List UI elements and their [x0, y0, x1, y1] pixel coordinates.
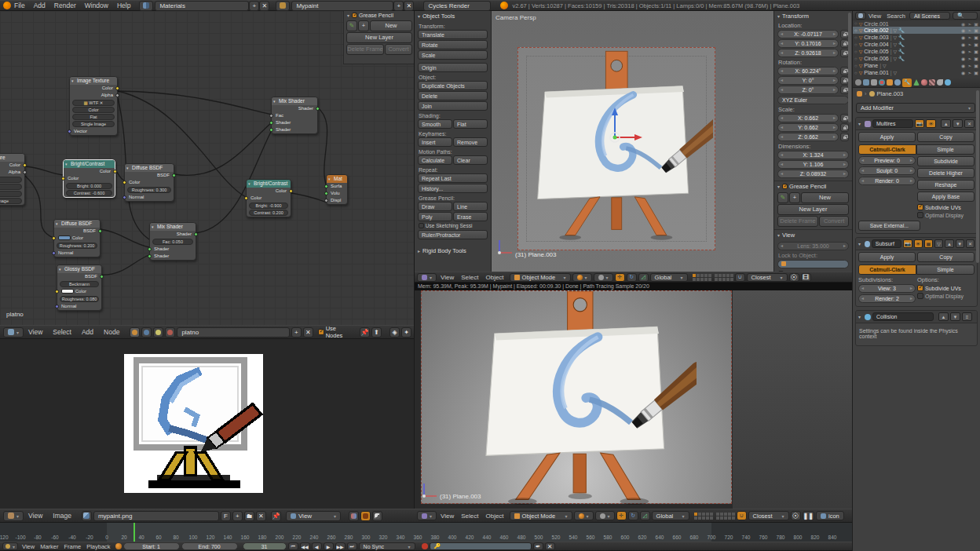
socket-shader2-in[interactable] — [148, 254, 152, 258]
remove-keyframe-button[interactable]: Remove — [453, 137, 488, 147]
sculpt-field[interactable]: Sculpt: 0 — [858, 166, 916, 175]
socket-color-out[interactable] — [115, 86, 119, 90]
node-editor[interactable]: e Texture Color Alpha e Image Image Text… — [0, 11, 415, 339]
move-down-button[interactable]: ▼ — [956, 239, 964, 248]
menu-help[interactable]: Help — [117, 2, 130, 9]
viewport-shading-select[interactable]: ▾ — [572, 273, 592, 282]
socket-bsdf-out[interactable] — [100, 275, 104, 279]
source-select[interactable]: Single Image — [72, 121, 115, 127]
channel-color-icon[interactable] — [360, 511, 371, 521]
socket-color-in[interactable] — [122, 181, 126, 184]
node-bright-contrast-2[interactable]: Bright/Contrast Color Color Bright: -0.9… — [246, 179, 291, 217]
orientation-select[interactable]: Global▾ — [652, 511, 689, 520]
grease-pencil-panel-header[interactable]: ▾ Grease Pencil — [774, 181, 852, 192]
lock-icon[interactable] — [840, 123, 849, 132]
eye-icon[interactable]: ◉ — [961, 56, 965, 61]
socket-color-in[interactable] — [52, 236, 56, 240]
rot-x-field[interactable]: X: 60.224° — [777, 67, 839, 75]
breadcrumb-object-name[interactable]: Plane.003 — [877, 90, 904, 97]
join-button[interactable]: Join — [418, 101, 488, 111]
simple-button[interactable]: Simple — [916, 265, 975, 275]
projection-select[interactable]: Flat — [72, 114, 115, 120]
snap-magnet-icon[interactable]: ∪ — [735, 273, 745, 282]
socket-bsdf-out[interactable] — [98, 229, 102, 233]
grease-new-button[interactable]: New — [801, 192, 849, 203]
cage-toggle[interactable]: ▽ — [934, 239, 943, 248]
jump-start-button[interactable]: ⏮ — [288, 542, 298, 550]
channel-color-alpha-icon[interactable] — [349, 511, 359, 521]
move-down-button[interactable]: ▼ — [950, 312, 960, 321]
reshape-button[interactable]: Reshape — [917, 180, 975, 190]
pivot-select[interactable]: ▾ — [595, 511, 615, 520]
timeline-ruler[interactable]: -120-100-80-60-40-2002040608010012014016… — [0, 523, 852, 542]
tab-data-icon[interactable] — [913, 79, 920, 86]
distribution-select[interactable]: Beckmann — [60, 281, 99, 287]
camera-restrict-icon[interactable]: ▣ — [974, 56, 978, 61]
pause-render-button[interactable]: ❚❚ — [803, 511, 814, 520]
pin-icon[interactable]: 📌 — [271, 511, 281, 521]
eye-icon[interactable]: ◉ — [961, 21, 965, 27]
socket-shader1-in[interactable] — [269, 121, 273, 125]
shader-lamp-icon[interactable] — [153, 327, 163, 338]
manipulator-scale-icon[interactable]: ◿ — [640, 511, 650, 520]
transform-manipulator[interactable] — [587, 104, 642, 153]
camera-restrict-icon[interactable]: ▣ — [974, 35, 978, 40]
outliner-search-field[interactable]: 🔍 — [953, 12, 978, 20]
sync-select[interactable]: No Sync▾ — [359, 542, 415, 550]
channel-alpha-icon[interactable] — [372, 511, 382, 521]
apply-base-button[interactable]: Apply Base — [917, 192, 975, 202]
socket-color-out[interactable] — [23, 163, 27, 167]
move-down-button[interactable]: ▼ — [953, 119, 963, 128]
next-keyframe-button[interactable]: ▶▶ — [335, 542, 346, 550]
layers-widget[interactable] — [694, 513, 735, 520]
layers-widget[interactable] — [693, 274, 733, 281]
tab-particles-icon[interactable] — [937, 79, 943, 86]
render-visibility-toggle[interactable]: 📷 — [903, 239, 912, 248]
apply-button[interactable]: Apply — [858, 132, 916, 142]
roughness-slider[interactable]: Roughness: 0.200 — [57, 243, 97, 249]
image-editor[interactable]: ▾ View Image mypaint.png F + 🖿 ✕ 📌 View▾ — [0, 339, 415, 523]
simple-button[interactable]: Simple — [916, 144, 975, 155]
viewport-shading-select[interactable]: ▾ — [574, 511, 594, 520]
menu-add[interactable]: Add — [34, 2, 46, 9]
mode-select[interactable]: Object Mode▾ — [510, 511, 572, 520]
tab-modifiers-icon[interactable]: 🔧 — [902, 78, 912, 87]
viewport-visibility-toggle[interactable]: 👁 — [914, 239, 923, 248]
eye-icon[interactable]: ◉ — [961, 63, 965, 68]
use-nodes-checkbox[interactable] — [318, 329, 324, 335]
grease-pencil-icon[interactable]: ✎ — [777, 192, 788, 203]
socket-normal-in[interactable] — [55, 305, 59, 308]
menu-playback[interactable]: Playback — [86, 543, 110, 550]
node-image-texture[interactable]: Image Texture Color Alpha ▦ WTF ✕ Color … — [69, 76, 118, 136]
node-glossy-bsdf[interactable]: Glossy BSDF BSDF Beckmann Color Roughnes… — [57, 265, 102, 311]
select-arrow-icon[interactable]: ➣ — [967, 70, 971, 75]
viewport-visibility-toggle[interactable]: 👁 — [926, 119, 936, 128]
menu-node[interactable]: Node — [104, 328, 119, 336]
contrast-slider[interactable]: Contrast: -0.600 — [66, 190, 112, 196]
insert-keyframe-button[interactable]: Insert — [418, 137, 452, 147]
current-frame-field[interactable]: 31 — [243, 542, 287, 550]
shader-object-icon[interactable] — [130, 327, 140, 338]
roughness-slider[interactable]: Roughness: 0.300 — [127, 187, 171, 193]
tab-texture-icon[interactable] — [929, 79, 935, 86]
scene-delete-button[interactable]: ✕ — [404, 1, 414, 11]
grease-pencil-icon[interactable]: ✎ — [346, 20, 357, 31]
viewport-view-area[interactable]: Camera Persp — [492, 11, 773, 272]
image-unlink-button[interactable]: ✕ — [256, 511, 266, 521]
image-name-field[interactable]: mypaint.png — [93, 511, 219, 521]
delete-button[interactable]: Delete — [418, 91, 488, 100]
select-arrow-icon[interactable]: ➣ — [967, 42, 971, 47]
menu-view[interactable]: View — [868, 13, 881, 20]
mode-select[interactable]: Object Mode▾ — [510, 273, 571, 282]
rotation-mode-select[interactable]: XYZ Euler — [777, 96, 849, 104]
new-layer-button[interactable]: New Layer — [777, 204, 849, 215]
convert-button[interactable]: Convert — [819, 216, 849, 227]
expand-icon[interactable]: ▾ — [858, 241, 861, 246]
tab-object-icon[interactable] — [887, 79, 893, 86]
scale-button[interactable]: Scale — [418, 50, 488, 60]
outliner-row[interactable]: ○▽Plane.001|▽◉➣▣ — [853, 69, 980, 76]
grease-add-button[interactable]: + — [358, 20, 369, 31]
transform-panel-header[interactable]: ▾Transform — [774, 11, 852, 21]
sketching-sessions-checkbox[interactable] — [419, 223, 424, 228]
opengl-render-icon[interactable]: 🖸 — [791, 511, 801, 520]
